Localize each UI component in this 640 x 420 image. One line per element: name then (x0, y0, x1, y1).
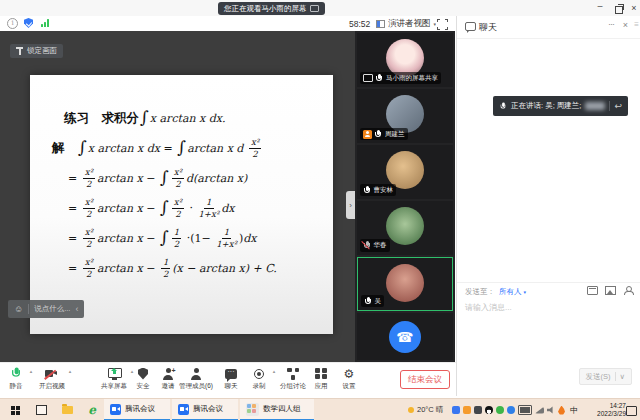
participant-name: 华春 (374, 241, 387, 250)
math-token: 练习 求积分 (64, 110, 139, 127)
security-shield-icon[interactable] (24, 18, 33, 28)
participant-label: 吴 (361, 295, 384, 307)
math-token: − (143, 232, 159, 245)
titlebar: 您正在观看马小雨的屏幕 – × (0, 0, 640, 17)
clock-time: 14:27 (597, 402, 626, 410)
mic-icon (11, 367, 22, 379)
divider (615, 372, 616, 381)
math-token: x²2 (249, 137, 261, 158)
taskbar-clock[interactable]: 14:27 2022/3/29 (597, 402, 626, 418)
tray-app-dark-icon[interactable] (474, 406, 482, 414)
bluetooth-icon[interactable] (507, 406, 515, 414)
avatar (386, 264, 424, 302)
math-token: ∫ (160, 197, 169, 217)
math-token: arctan x (97, 172, 143, 185)
send-button[interactable]: 发送(S) ∨ (579, 368, 633, 385)
task-view-button[interactable] (30, 399, 52, 420)
math-token: x²2 (83, 197, 95, 218)
weather-text: 20°C 晴 (417, 405, 443, 415)
tray-app-blue-icon[interactable] (452, 406, 460, 414)
quick-chat-pill[interactable]: ☺ 说点什么... ‹ (8, 300, 84, 318)
phone-avatar: ☎ (389, 321, 421, 353)
volume-icon[interactable] (547, 406, 555, 414)
ime-indicator[interactable]: 中 (570, 405, 578, 416)
close-button[interactable]: × (628, 3, 640, 13)
math-token: arctan x (97, 232, 143, 245)
taskbar-weather[interactable]: 20°C 晴 (408, 399, 443, 420)
participant-tile[interactable]: 华春 (357, 201, 453, 255)
task-view-icon (36, 405, 47, 415)
video-options-chevron[interactable]: ▴ (69, 368, 72, 374)
math-token: ∫ (177, 137, 186, 157)
meeting-toolbar: 静音 ▴ 开启视频 ▴ 共享屏幕 ▴ 安全 + 邀请 管理成员(6) 聊天 (0, 362, 456, 397)
math-line: = x²2arctan x − 12(x − arctan x) + C. (68, 255, 333, 281)
wifi-icon[interactable] (535, 407, 544, 414)
network-globe-icon[interactable] (496, 406, 504, 414)
info-icon[interactable]: i (7, 18, 18, 29)
action-center-icon[interactable] (626, 406, 637, 416)
chat-tools (587, 286, 632, 295)
chat-history-icon[interactable] (587, 286, 598, 295)
strip-collapse-handle[interactable]: › (346, 191, 355, 219)
watching-banner: 您正在观看马小雨的屏幕 (218, 2, 325, 15)
minimize-button[interactable]: – (594, 1, 606, 11)
mic-on-icon (375, 130, 383, 139)
tencent-meeting-icon (178, 404, 189, 415)
chat-header: 聊天 ··· × ≡ (457, 16, 640, 39)
file-explorer-button[interactable] (56, 399, 78, 420)
browser-e-icon: e (88, 404, 96, 416)
math-token: 12 (161, 257, 170, 278)
view-mode-label: 演讲者视图 (388, 18, 431, 30)
participant-tile-speaking[interactable]: 吴 (357, 257, 453, 311)
participant-tile[interactable]: 马小雨的屏幕共享 (357, 33, 453, 87)
group-chat-icon (246, 403, 259, 416)
math-token: d(arctan x) (186, 172, 247, 185)
chat-more-button[interactable]: ··· (608, 19, 614, 29)
taskbar-app-meeting-2[interactable]: 腾讯会议 (172, 399, 238, 420)
mic-on-icon (363, 186, 371, 195)
view-mode-switch[interactable]: 演讲者视图 ▾ (376, 18, 436, 30)
participant-tile[interactable]: 周建兰 (357, 89, 453, 143)
quick-chat-placeholder[interactable]: 说点什么... (34, 304, 70, 314)
participant-label: 马小雨的屏幕共享 (360, 72, 441, 84)
math-line: = x²2arctan x − ∫x²2d(arctan x) (68, 165, 333, 191)
browser-button[interactable]: e (82, 399, 102, 420)
mention-member-icon[interactable] (623, 286, 632, 295)
pin-view-pill[interactable]: 锁定画面 (10, 44, 63, 58)
reply-arrow-icon[interactable]: ↩ (614, 101, 622, 111)
system-tray: 中 (452, 399, 578, 420)
math-token: ∫ (160, 227, 169, 247)
collapse-left-icon[interactable]: ‹ (75, 304, 78, 314)
battery-icon[interactable] (518, 405, 532, 415)
start-button[interactable] (4, 399, 26, 420)
participant-tile[interactable]: 曹安林 (357, 145, 453, 199)
screenshot-icon[interactable] (605, 286, 616, 295)
send-button-label: 发送(S) (586, 372, 611, 382)
math-token: 解 (52, 140, 77, 157)
chat-input[interactable]: 请输入消息... (465, 302, 512, 313)
send-to-select[interactable]: 所有人 ▾ (499, 287, 526, 297)
taskbar-app-group-chat[interactable]: 数学四人组 (240, 399, 314, 420)
taskbar-app-meeting-1[interactable]: 腾讯会议 (104, 399, 170, 420)
smiley-icon[interactable]: ☺ (14, 305, 23, 314)
chat-close-button[interactable]: × (623, 20, 628, 30)
participant-tile-phone[interactable]: ☎ (357, 313, 453, 360)
taskbar-app-label: 腾讯会议 (125, 404, 155, 414)
math-token: 12 (172, 227, 181, 248)
video-strip: › 马小雨的屏幕共享 周建兰 曹安林 (355, 31, 455, 362)
pin-icon (16, 47, 23, 56)
panel-drag-handle[interactable]: ≡ (634, 20, 639, 29)
end-meeting-button[interactable]: 结束会议 (400, 370, 450, 389)
restore-button[interactable] (615, 6, 623, 14)
send-to-label: 发送至： (465, 287, 495, 297)
qq-penguin-icon[interactable] (485, 406, 493, 414)
fullscreen-icon[interactable] (437, 19, 448, 30)
participant-label: 周建兰 (360, 128, 408, 140)
settings-button[interactable]: ⚙ 设置 (321, 367, 377, 391)
settings-label: 设置 (343, 382, 356, 391)
tencent-meeting-icon (110, 404, 121, 415)
tray-app-orange-icon[interactable] (463, 406, 471, 414)
send-options-caret[interactable]: ∨ (620, 372, 626, 381)
math-token: = (68, 262, 81, 275)
tray-flame-icon[interactable] (558, 406, 565, 415)
